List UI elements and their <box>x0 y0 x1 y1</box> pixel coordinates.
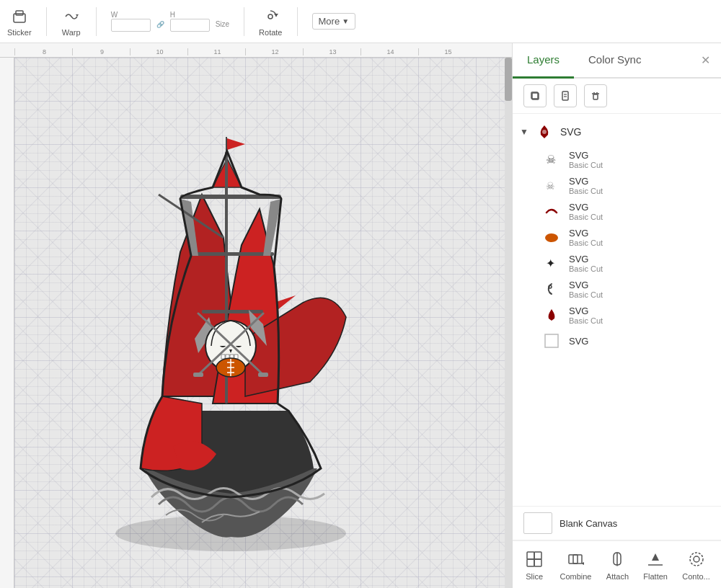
svg-point-56 <box>694 556 699 562</box>
layer-thumb-4 <box>541 227 562 247</box>
ruler-h-inner: 8 9 10 11 12 13 14 15 <box>14 48 512 55</box>
panel-icon-paste[interactable] <box>554 84 577 107</box>
ruler-mark-9: 9 <box>72 48 130 55</box>
contour-tool[interactable]: Conto... <box>682 548 710 581</box>
list-item[interactable]: ☠ SVG Basic Cut <box>513 172 721 198</box>
ruler-mark-13: 13 <box>303 48 360 55</box>
list-item[interactable]: SVG Basic Cut <box>513 276 721 302</box>
svg-marker-54 <box>652 553 659 561</box>
svg-point-39 <box>542 130 547 134</box>
width-input[interactable] <box>111 19 151 32</box>
flatten-tool[interactable]: Flatten <box>643 548 668 581</box>
design-canvas-object[interactable] <box>87 115 375 562</box>
blank-canvas-bar: Blank Canvas <box>513 506 721 540</box>
tab-layers[interactable]: Layers <box>513 43 574 79</box>
sticker-label: Sticker <box>7 28 32 37</box>
svg-rect-10 <box>202 310 263 313</box>
blank-canvas-label: Blank Canvas <box>559 518 617 529</box>
slice-tool[interactable]: Slice <box>523 548 545 581</box>
list-item[interactable]: SVG Basic Cut <box>513 224 721 250</box>
layer-info-3: SVG Basic Cut <box>569 202 603 221</box>
svg-marker-3 <box>274 14 278 17</box>
separator <box>46 7 47 36</box>
svg-text:☠: ☠ <box>546 153 556 166</box>
svg-rect-46 <box>527 552 534 559</box>
chevron-down-icon: ▼ <box>520 127 528 137</box>
warp-tool[interactable]: Warp <box>61 6 81 37</box>
rotate-tool[interactable]: Rotate <box>259 6 282 37</box>
rotate-icon <box>260 6 280 27</box>
layer-thumb-2: ☠ <box>541 175 562 195</box>
scrollbar-thumb[interactable] <box>505 58 512 101</box>
top-toolbar: Sticker Warp W 🔗 H Size Rotate More ▼ <box>0 0 721 43</box>
height-field: H <box>170 11 210 32</box>
svg-point-44 <box>549 285 552 288</box>
svg-rect-21 <box>193 373 203 377</box>
list-item[interactable]: SVG <box>513 328 721 354</box>
contour-icon <box>686 548 707 570</box>
flatten-label: Flatten <box>643 572 668 581</box>
separator <box>244 7 244 36</box>
attach-icon <box>606 548 628 570</box>
canvas-area[interactable]: 8 9 10 11 12 13 14 15 <box>0 43 512 588</box>
svg-marker-2 <box>76 14 79 17</box>
layer-info-2: SVG Basic Cut <box>569 176 603 195</box>
more-button[interactable]: More ▼ <box>312 13 356 30</box>
size-label: Size <box>216 20 229 28</box>
panel-icons-row <box>513 79 721 114</box>
slice-label: Slice <box>526 572 543 581</box>
list-item[interactable]: SVG Basic Cut <box>513 198 721 224</box>
tab-color-sync[interactable]: Color Sync <box>574 43 655 79</box>
layer-thumb-6 <box>541 279 562 299</box>
layer-group-svg[interactable]: ▼ SVG <box>513 117 721 146</box>
attach-label: Attach <box>606 572 629 581</box>
svg-point-42 <box>545 233 558 242</box>
layer-thumb-5: ✦ <box>541 253 562 273</box>
main-content: 8 9 10 11 12 13 14 15 <box>0 43 721 588</box>
svg-rect-15 <box>221 355 225 359</box>
layer-group-thumb <box>534 122 554 142</box>
panel-icon-delete[interactable] <box>584 84 607 107</box>
bottom-toolbar: Slice Combine <box>513 540 721 588</box>
slice-icon <box>523 548 545 570</box>
layers-list: ▼ SVG ☠ SVG Basic Cut <box>513 114 721 506</box>
svg-rect-45 <box>545 334 558 347</box>
panel-close-button[interactable]: ✕ <box>690 43 721 77</box>
svg-rect-48 <box>527 559 534 566</box>
right-panel: Layers Color Sync ✕ ▼ <box>512 43 721 588</box>
contour-label: Conto... <box>682 572 710 581</box>
combine-icon <box>565 548 586 570</box>
svg-text:✦: ✦ <box>546 257 555 270</box>
layer-info-8: SVG <box>569 336 588 347</box>
h-label: H <box>170 11 210 19</box>
list-item[interactable]: ☠ SVG Basic Cut <box>513 146 721 172</box>
list-item[interactable]: SVG Basic Cut <box>513 302 721 328</box>
layer-thumb-8 <box>541 331 562 351</box>
svg-rect-9 <box>191 252 274 256</box>
attach-tool[interactable]: Attach <box>606 548 629 581</box>
flatten-icon <box>645 548 666 570</box>
combine-label: Combine <box>559 572 591 581</box>
list-item[interactable]: ✦ SVG Basic Cut <box>513 250 721 276</box>
svg-point-55 <box>690 553 703 566</box>
layer-info-1: SVG Basic Cut <box>569 150 603 169</box>
warp-label: Warp <box>62 28 81 37</box>
svg-rect-1 <box>16 11 23 15</box>
svg-text:☠: ☠ <box>546 180 555 192</box>
layer-info-6: SVG Basic Cut <box>569 280 603 299</box>
layer-thumb-7 <box>541 305 562 325</box>
svg-point-4 <box>268 14 273 19</box>
height-input[interactable] <box>170 19 210 32</box>
combine-tool[interactable]: Combine <box>559 548 591 581</box>
ruler-vertical <box>0 58 14 588</box>
w-label: W <box>111 11 151 19</box>
svg-rect-49 <box>534 559 541 566</box>
sticker-tool[interactable]: Sticker <box>7 6 32 37</box>
rotate-label: Rotate <box>259 28 282 37</box>
svg-rect-32 <box>562 92 568 100</box>
link-icon[interactable]: 🔗 <box>156 21 164 28</box>
blank-canvas-thumbnail <box>523 512 552 534</box>
scrollbar-vertical[interactable] <box>505 58 512 588</box>
svg-rect-35 <box>593 94 598 99</box>
panel-icon-copy[interactable] <box>523 84 547 107</box>
